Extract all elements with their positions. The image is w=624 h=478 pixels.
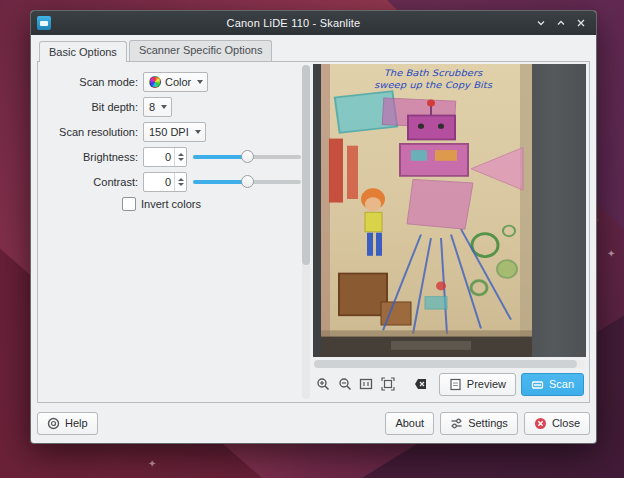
settings-button[interactable]: Settings bbox=[440, 412, 518, 435]
maximize-button[interactable] bbox=[552, 14, 570, 32]
settings-button-label: Settings bbox=[468, 417, 508, 429]
scan-button[interactable]: Scan bbox=[521, 373, 584, 396]
scanner-icon bbox=[531, 378, 544, 391]
about-button[interactable]: About bbox=[385, 412, 434, 435]
basic-options-panel: Scan mode: Color Bit depth: 8 bbox=[38, 62, 302, 402]
drawing-caption-line1: The Bath Scrubbers bbox=[384, 68, 484, 78]
zoom-in-button[interactable] bbox=[315, 376, 332, 393]
minimize-button[interactable] bbox=[532, 14, 550, 32]
close-button-label: Close bbox=[552, 417, 580, 429]
slider-handle[interactable] bbox=[241, 150, 254, 163]
zoom-original-icon bbox=[359, 377, 373, 391]
skanlite-window: Canon LiDE 110 - Skanlite Basic Options … bbox=[30, 10, 597, 444]
chevron-down-icon bbox=[536, 18, 546, 28]
slider-fill bbox=[193, 155, 247, 159]
tab-scanner-specific-options[interactable]: Scanner Specific Options bbox=[129, 40, 273, 61]
zoom-original-button[interactable] bbox=[358, 376, 375, 393]
scrollbar-thumb[interactable] bbox=[302, 65, 310, 265]
bit-depth-label: Bit depth: bbox=[46, 101, 138, 113]
slider-handle[interactable] bbox=[241, 175, 254, 188]
preview-button-label: Preview bbox=[467, 378, 506, 390]
chevron-down-icon bbox=[197, 80, 203, 84]
scan-resolution-value: 150 DPI bbox=[149, 126, 189, 138]
brightness-label: Brightness: bbox=[46, 151, 138, 163]
contrast-value: 0 bbox=[144, 173, 174, 191]
chevron-up-icon bbox=[556, 18, 566, 28]
help-button-label: Help bbox=[65, 417, 88, 429]
invert-colors-checkbox[interactable] bbox=[122, 197, 136, 211]
invert-colors-label: Invert colors bbox=[141, 198, 201, 210]
close-red-icon bbox=[534, 417, 547, 430]
zoom-out-button[interactable] bbox=[337, 376, 354, 393]
brightness-value: 0 bbox=[144, 148, 174, 166]
zoom-fit-icon bbox=[381, 377, 395, 391]
scan-mode-dropdown[interactable]: Color bbox=[143, 72, 208, 92]
help-icon bbox=[47, 417, 60, 430]
close-icon bbox=[576, 18, 586, 28]
tab-frame: Scan mode: Color Bit depth: 8 bbox=[37, 61, 590, 403]
about-button-label: About bbox=[395, 417, 424, 429]
wallpaper-star-icon: ✦ bbox=[148, 458, 156, 469]
preview-panel: The Bath Scrubbers sweep up the Copy Bit… bbox=[313, 62, 589, 402]
scan-bed-shadow bbox=[313, 64, 321, 357]
bit-depth-dropdown[interactable]: 8 bbox=[143, 97, 172, 117]
scrollbar-thumb[interactable] bbox=[314, 360, 577, 368]
preview-toolbar: Preview Scan bbox=[313, 371, 586, 400]
contrast-label: Contrast: bbox=[46, 176, 138, 188]
document-preview-icon bbox=[449, 378, 462, 391]
preview-empty-area[interactable] bbox=[532, 64, 586, 357]
window-content: Basic Options Scanner Specific Options S… bbox=[31, 35, 596, 443]
scan-mode-label: Scan mode: bbox=[46, 76, 138, 88]
scan-resolution-dropdown[interactable]: 150 DPI bbox=[143, 122, 206, 142]
window-title: Canon LiDE 110 - Skanlite bbox=[57, 17, 530, 29]
chevron-down-icon bbox=[161, 105, 167, 109]
zoom-out-icon bbox=[338, 377, 352, 391]
contrast-spinbox[interactable]: 0 bbox=[143, 172, 187, 192]
scanned-image[interactable]: The Bath Scrubbers sweep up the Copy Bit… bbox=[321, 64, 532, 357]
brightness-spinbox[interactable]: 0 bbox=[143, 147, 187, 167]
settings-sliders-icon bbox=[450, 417, 463, 430]
contrast-slider[interactable] bbox=[193, 175, 301, 189]
drawing-caption-line2: sweep up the Copy Bits bbox=[374, 80, 493, 90]
tab-basic-options[interactable]: Basic Options bbox=[39, 41, 127, 62]
clear-selections-button[interactable] bbox=[412, 376, 429, 393]
options-vertical-scrollbar[interactable] bbox=[302, 65, 310, 399]
preview-viewport[interactable]: The Bath Scrubbers sweep up the Copy Bit… bbox=[313, 64, 586, 357]
preview-button[interactable]: Preview bbox=[439, 373, 516, 396]
wallpaper-star-icon: ✦ bbox=[607, 248, 615, 259]
tab-bar: Basic Options Scanner Specific Options bbox=[39, 40, 590, 61]
preview-horizontal-scrollbar[interactable] bbox=[314, 360, 585, 368]
help-button[interactable]: Help bbox=[37, 412, 98, 435]
zoom-fit-button[interactable] bbox=[380, 376, 397, 393]
scan-mode-value: Color bbox=[165, 76, 191, 88]
bit-depth-value: 8 bbox=[149, 101, 155, 113]
spinbox-arrows-icon[interactable] bbox=[174, 148, 186, 166]
close-window-button[interactable] bbox=[572, 14, 590, 32]
spinbox-arrows-icon[interactable] bbox=[174, 173, 186, 191]
slider-fill bbox=[193, 180, 247, 184]
chevron-down-icon bbox=[195, 130, 201, 134]
clear-selections-icon bbox=[414, 377, 428, 391]
scan-button-label: Scan bbox=[549, 378, 574, 390]
titlebar[interactable]: Canon LiDE 110 - Skanlite bbox=[31, 11, 596, 35]
desktop: ✦ ✦ Canon LiDE 110 - Skanlite Basic Opti… bbox=[0, 0, 624, 478]
skanlite-icon bbox=[37, 16, 51, 30]
brightness-slider[interactable] bbox=[193, 150, 301, 164]
color-wheel-icon bbox=[149, 76, 161, 88]
dialog-button-row: Help About Settings bbox=[37, 403, 590, 437]
scan-resolution-label: Scan resolution: bbox=[46, 126, 138, 138]
zoom-in-icon bbox=[316, 377, 330, 391]
close-button[interactable]: Close bbox=[524, 412, 590, 435]
